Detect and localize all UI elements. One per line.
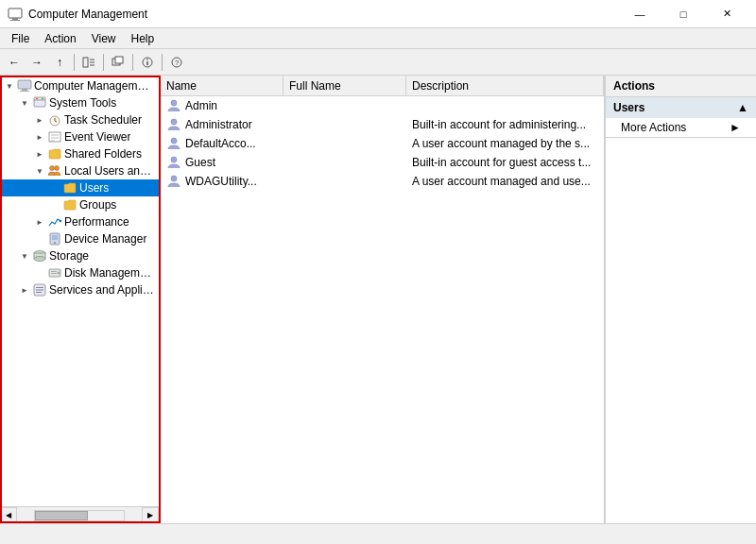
tree-node-storage[interactable]: ▼ Storage <box>0 247 159 264</box>
tree-node-services-apps[interactable]: ► Services and Applications <box>0 281 159 298</box>
svg-point-49 <box>171 157 177 162</box>
forward-button[interactable]: → <box>26 52 47 73</box>
tree-node-event-viewer[interactable]: ► Event Viewer <box>0 128 159 145</box>
disk-icon <box>47 265 62 280</box>
list-content: Admin Administrator <box>161 96 604 523</box>
svg-point-29 <box>50 166 55 171</box>
expand-services-apps: ► <box>17 282 32 298</box>
list-row[interactable]: Guest Built-in account for guest access … <box>161 153 604 172</box>
tree-node-root[interactable]: ▼ Computer Management (Loca <box>0 77 159 94</box>
clock-icon <box>47 112 62 128</box>
tree-node-performance[interactable]: ► Performance <box>0 213 159 230</box>
help-button[interactable]: ? <box>166 52 187 73</box>
user-icon-1 <box>166 117 181 132</box>
expand-system-tools: ▼ <box>17 95 32 110</box>
folder-shared-icon <box>47 146 62 162</box>
tree-label-services-apps: Services and Applications <box>49 283 155 297</box>
tree-label-local-users-groups: Local Users and Groups <box>64 164 155 178</box>
tree-content: ▼ Computer Management (Loca ▼ System Too… <box>0 76 159 506</box>
user-icon-4 <box>166 174 181 189</box>
show-hide-tree-button[interactable] <box>78 52 99 73</box>
column-header-description[interactable]: Description <box>406 76 604 95</box>
svg-rect-33 <box>52 235 58 240</box>
menu-help[interactable]: Help <box>124 30 163 47</box>
tree-node-shared-folders[interactable]: ► Shared Folders <box>0 145 159 162</box>
svg-point-39 <box>58 272 60 275</box>
cell-name-4: WDAGUtility... <box>161 172 284 191</box>
folder-users-icon <box>62 180 77 196</box>
new-window-button[interactable] <box>108 52 129 73</box>
svg-rect-40 <box>51 271 57 272</box>
tree-node-local-users-groups[interactable]: ▼ Local Users and Groups <box>0 162 159 179</box>
minimize-button[interactable]: ― <box>618 0 662 28</box>
tree-label-device-manager: Device Manager <box>64 232 146 246</box>
menu-bar: File Action View Help <box>0 28 756 49</box>
column-header-name[interactable]: Name <box>161 76 284 95</box>
svg-point-47 <box>171 119 177 125</box>
event-icon <box>47 129 62 144</box>
title-bar: Computer Management ― □ ✕ <box>0 0 756 28</box>
cell-name-3: Guest <box>161 153 284 172</box>
tree-node-users[interactable]: Users <box>0 179 159 196</box>
svg-rect-1 <box>12 18 18 20</box>
close-button[interactable]: ✕ <box>705 0 748 28</box>
menu-view[interactable]: View <box>84 30 124 47</box>
tree-label-event-viewer: Event Viewer <box>64 130 130 144</box>
tree-node-device-manager[interactable]: Device Manager <box>0 230 159 247</box>
tree-node-groups[interactable]: Groups <box>0 196 159 213</box>
properties-button[interactable] <box>137 52 158 73</box>
expand-task-scheduler: ► <box>32 112 47 128</box>
list-row[interactable]: WDAGUtility... A user account managed an… <box>161 172 604 191</box>
expand-users <box>47 180 62 196</box>
svg-rect-16 <box>20 91 29 92</box>
expand-disk-management <box>32 265 47 280</box>
svg-rect-45 <box>36 292 42 293</box>
tree-label-root: Computer Management (Loca <box>34 79 155 93</box>
column-header-fullname[interactable]: Full Name <box>284 76 406 95</box>
toolbar: ← → ↑ ? <box>0 49 756 76</box>
action-section-header-users[interactable]: Users ▲ <box>606 97 756 118</box>
svg-point-31 <box>60 220 61 222</box>
scroll-thumb[interactable] <box>35 511 88 520</box>
tree-node-system-tools[interactable]: ▼ System Tools <box>0 94 159 111</box>
maximize-button[interactable]: □ <box>662 0 705 28</box>
scroll-track[interactable] <box>34 510 125 521</box>
actions-title: Actions <box>606 76 756 97</box>
services-icon <box>32 282 47 298</box>
svg-rect-2 <box>10 20 20 21</box>
tree-node-disk-management[interactable]: Disk Management <box>0 264 159 281</box>
cell-name-1: Administrator <box>161 115 284 134</box>
menu-action[interactable]: Action <box>37 30 83 47</box>
up-button[interactable]: ↑ <box>49 52 70 73</box>
tree-label-performance: Performance <box>64 215 129 229</box>
svg-point-37 <box>34 257 45 262</box>
collapse-users-icon: ▲ <box>737 101 748 114</box>
user-icon-0 <box>166 98 181 113</box>
svg-point-11 <box>146 59 148 60</box>
scroll-left-button[interactable]: ◀ <box>0 507 17 524</box>
action-section-label-users: Users <box>613 101 644 114</box>
svg-rect-0 <box>9 8 22 18</box>
back-button[interactable]: ← <box>4 52 25 73</box>
tree-label-disk-management: Disk Management <box>64 266 155 280</box>
toolbar-separator-2 <box>103 54 104 71</box>
list-row[interactable]: Admin <box>161 96 604 115</box>
scroll-right-button[interactable]: ▶ <box>142 507 159 524</box>
cell-desc-3: Built-in account for guest access t... <box>406 154 604 171</box>
cell-name-2: DefaultAcco... <box>161 134 284 153</box>
user-icon-3 <box>166 155 181 170</box>
menu-file[interactable]: File <box>4 30 37 47</box>
list-row[interactable]: Administrator Built-in account for admin… <box>161 115 604 134</box>
expand-groups <box>47 197 62 212</box>
svg-point-19 <box>36 98 38 100</box>
list-row[interactable]: DefaultAcco... A user account managed by… <box>161 134 604 153</box>
more-actions-label: More Actions <box>621 121 686 134</box>
svg-rect-41 <box>51 273 57 274</box>
tree-node-task-scheduler[interactable]: ► Task Scheduler <box>0 111 159 128</box>
cell-desc-4: A user account managed and use... <box>406 173 604 190</box>
action-section-users: Users ▲ More Actions ► <box>606 97 756 138</box>
tree-scrollbar[interactable]: ◀ ▶ <box>0 506 159 523</box>
computer-icon <box>17 78 32 94</box>
actions-panel: Actions Users ▲ More Actions ► <box>605 76 756 523</box>
action-item-more-actions[interactable]: More Actions ► <box>606 118 756 137</box>
